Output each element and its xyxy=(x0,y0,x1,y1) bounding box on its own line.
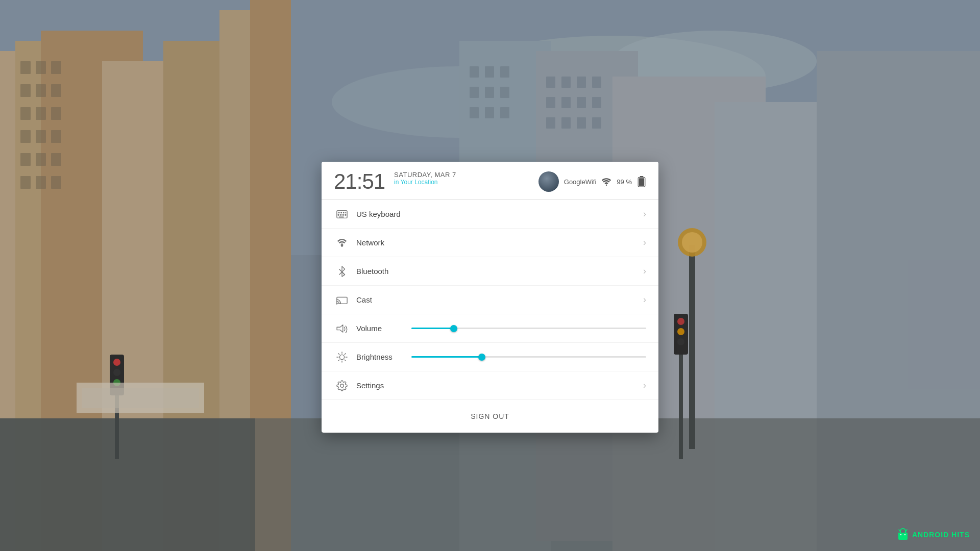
keyboard-chevron: › xyxy=(643,209,646,219)
bluetooth-label: Bluetooth xyxy=(356,267,643,276)
bluetooth-chevron: › xyxy=(643,266,646,277)
header-left: 21:51 SATURDAY, MAR 7 in Your Location xyxy=(334,171,456,192)
battery-icon xyxy=(637,176,646,187)
watermark-text: ANDROID HITS xyxy=(912,531,970,539)
date-block: SATURDAY, MAR 7 in Your Location xyxy=(394,171,456,186)
svg-line-91 xyxy=(339,271,342,274)
svg-point-104 xyxy=(900,534,901,535)
brightness-row: Brightness xyxy=(322,343,658,371)
header-right: GoogleWifi 99 % xyxy=(538,171,646,192)
svg-point-95 xyxy=(339,355,344,359)
sign-out-row: SIGN OUT xyxy=(322,400,658,433)
time-display: 21:51 xyxy=(334,171,385,192)
svg-point-74 xyxy=(606,184,607,186)
user-avatar[interactable] xyxy=(538,171,559,192)
sign-out-button[interactable]: SIGN OUT xyxy=(462,408,518,424)
brightness-icon xyxy=(334,351,350,362)
svg-line-103 xyxy=(338,360,339,361)
svg-rect-86 xyxy=(345,214,347,215)
menu-item-keyboard[interactable]: US keyboard › xyxy=(322,200,658,229)
svg-rect-92 xyxy=(337,297,347,304)
svg-rect-84 xyxy=(340,214,341,215)
settings-icon xyxy=(334,380,350,391)
date-text: SATURDAY, MAR 7 xyxy=(394,171,456,179)
bluetooth-icon xyxy=(334,265,350,277)
svg-rect-77 xyxy=(639,178,644,186)
menu-item-settings[interactable]: Settings › xyxy=(322,371,658,400)
volume-slider[interactable] xyxy=(411,328,646,329)
settings-label: Settings xyxy=(356,381,643,390)
keyboard-label: US keyboard xyxy=(356,210,643,218)
wifi-icon xyxy=(601,178,611,186)
cast-label: Cast xyxy=(356,295,643,304)
volume-label: Volume xyxy=(356,324,407,333)
network-label: Network xyxy=(356,238,643,247)
wifi-network-name: GoogleWifi xyxy=(564,178,597,185)
settings-chevron: › xyxy=(643,380,646,391)
battery-percent: 99 % xyxy=(617,178,632,185)
volume-row: Volume xyxy=(322,314,658,343)
watermark: ANDROID HITS xyxy=(897,528,970,542)
network-icon xyxy=(334,237,350,247)
svg-point-93 xyxy=(336,303,337,304)
svg-rect-81 xyxy=(343,212,345,213)
svg-rect-85 xyxy=(342,214,344,215)
volume-icon xyxy=(334,323,350,333)
svg-rect-80 xyxy=(340,212,342,213)
quick-settings-panel: 21:51 SATURDAY, MAR 7 in Your Location G… xyxy=(322,162,658,433)
svg-rect-87 xyxy=(339,216,344,217)
svg-point-105 xyxy=(904,534,905,535)
network-chevron: › xyxy=(643,237,646,248)
svg-marker-94 xyxy=(337,324,343,332)
svg-rect-83 xyxy=(338,214,339,215)
svg-line-100 xyxy=(338,353,339,354)
brightness-slider[interactable] xyxy=(411,356,646,358)
panel-header: 21:51 SATURDAY, MAR 7 in Your Location G… xyxy=(322,162,658,200)
svg-line-102 xyxy=(345,353,346,354)
menu-item-cast[interactable]: Cast › xyxy=(322,286,658,314)
svg-line-107 xyxy=(906,530,907,531)
svg-rect-82 xyxy=(345,212,346,213)
menu-item-bluetooth[interactable]: Bluetooth › xyxy=(322,257,658,286)
cast-chevron: › xyxy=(643,294,646,305)
menu-item-network[interactable]: Network › xyxy=(322,229,658,257)
keyboard-icon xyxy=(334,209,350,218)
brightness-label: Brightness xyxy=(356,353,407,361)
time-block: 21:51 xyxy=(334,171,385,192)
location-text: in Your Location xyxy=(394,179,456,186)
svg-line-101 xyxy=(345,360,346,361)
svg-line-106 xyxy=(899,530,900,531)
android-icon xyxy=(897,528,909,542)
svg-rect-79 xyxy=(338,212,340,213)
cast-icon xyxy=(334,295,350,304)
